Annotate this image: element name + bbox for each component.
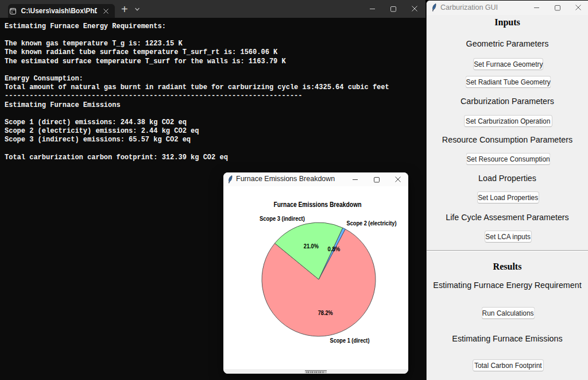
svg-text:Scope 2 (electricity): Scope 2 (electricity): [347, 220, 397, 227]
svg-text:78.2%: 78.2%: [318, 309, 333, 316]
svg-text:0.8%: 0.8%: [327, 245, 340, 252]
svg-text:Scope 1 (direct): Scope 1 (direct): [330, 337, 370, 344]
svg-text:21.0%: 21.0%: [304, 243, 319, 250]
svg-text:Furnace Emissions Breakdown: Furnace Emissions Breakdown: [274, 201, 362, 209]
svg-text:Scope 3 (indirect): Scope 3 (indirect): [260, 215, 305, 222]
